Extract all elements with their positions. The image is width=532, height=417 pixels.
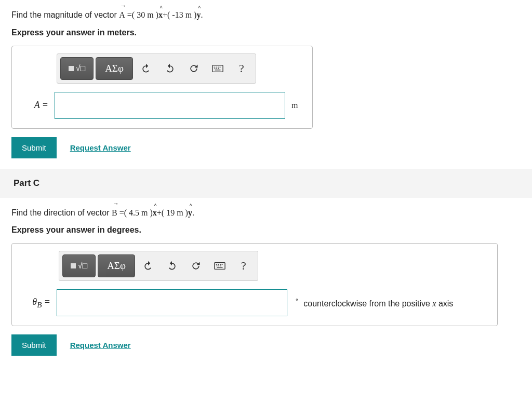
square-icon (71, 263, 76, 268)
input-row-c: θB = ° counterclockwise from the positiv… (21, 289, 488, 316)
request-answer-link-b[interactable]: Request Answer (70, 143, 131, 152)
reset-icon[interactable] (185, 254, 207, 277)
reset-icon[interactable] (183, 57, 205, 80)
redo-icon[interactable] (161, 254, 183, 277)
part-c-section: Find the direction of vector B =( 4.5 m … (0, 198, 532, 367)
undo-icon[interactable] (135, 57, 157, 80)
equation-toolbar-c: √□ ΑΣφ ? (59, 251, 258, 281)
var-label-A: A = (21, 100, 48, 111)
redo-icon[interactable] (159, 57, 181, 80)
greek-button[interactable]: ΑΣφ (98, 254, 135, 277)
var-label-thetaB: θB = (21, 297, 50, 310)
keyboard-icon[interactable] (209, 254, 231, 277)
actions-c: Submit Request Answer (11, 334, 521, 356)
vector-B: B (112, 206, 117, 220)
vector-expression-c: B =( 4.5 m )x+( 19 m )y. (112, 208, 194, 217)
submit-button-b[interactable]: Submit (11, 137, 57, 158)
equation-toolbar-b: √□ ΑΣφ ? (57, 53, 256, 84)
answer-input-thetaB[interactable] (57, 289, 287, 316)
undo-icon[interactable] (137, 254, 159, 277)
request-answer-link-c[interactable]: Request Answer (70, 341, 131, 349)
svg-rect-9 (215, 263, 225, 270)
greek-button[interactable]: ΑΣφ (96, 57, 133, 80)
unit-degrees-text: ° counterclockwise from the positive x a… (294, 298, 453, 308)
help-icon[interactable]: ? (233, 254, 255, 277)
templates-button[interactable]: √□ (60, 57, 94, 80)
answer-box-c: √□ ΑΣφ ? θB = ° counterclockwise from th… (11, 243, 498, 326)
question-text-b: Find the magnitude of vector A =( 30 m )… (11, 8, 521, 22)
keyboard-icon[interactable] (207, 57, 229, 80)
vector-expression: A =( 30 m )x+( -13 m )y. (119, 10, 203, 19)
unit-m: m (291, 101, 298, 110)
part-c-header: Part C (0, 169, 532, 198)
root-icon: √□ (76, 64, 85, 73)
square-icon (69, 66, 74, 71)
root-icon: √□ (78, 261, 87, 271)
q-prefix: Find the magnitude of vector (11, 10, 119, 19)
part-b-section: Find the magnitude of vector A =( 30 m )… (0, 0, 532, 169)
vector-A: A (119, 8, 125, 22)
svg-rect-0 (212, 65, 223, 72)
actions-b: Submit Request Answer (11, 137, 521, 158)
instruction-c: Express your answer in degrees. (11, 225, 521, 235)
answer-box-b: √□ ΑΣφ ? A = m (11, 46, 313, 129)
submit-button-c[interactable]: Submit (11, 334, 57, 356)
answer-input-A[interactable] (55, 92, 285, 119)
q-prefix-c: Find the direction of vector (11, 208, 112, 217)
instruction-b: Express your answer in meters. (11, 28, 521, 37)
input-row-b: A = m (21, 92, 303, 119)
question-text-c: Find the direction of vector B =( 4.5 m … (11, 206, 521, 220)
templates-button[interactable]: √□ (62, 254, 96, 277)
help-icon[interactable]: ? (231, 57, 252, 80)
